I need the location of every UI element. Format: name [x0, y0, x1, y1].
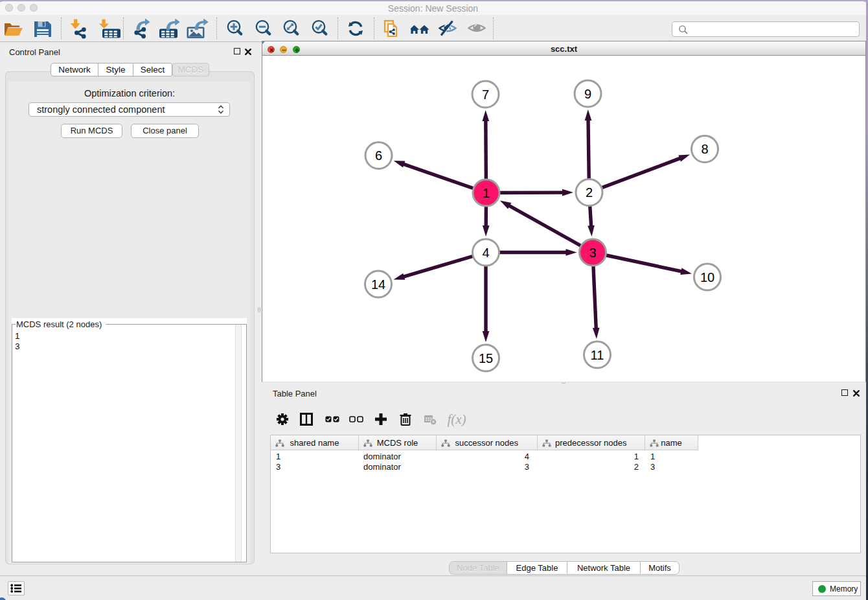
svg-text:11: 11 — [591, 348, 604, 362]
svg-text:4: 4 — [482, 246, 489, 260]
svg-text:1: 1 — [483, 186, 490, 200]
svg-text:14: 14 — [371, 277, 385, 292]
svg-text:10: 10 — [700, 270, 714, 284]
svg-text:8: 8 — [701, 142, 708, 156]
svg-text:9: 9 — [584, 87, 591, 101]
svg-text:3: 3 — [589, 246, 596, 260]
svg-text:15: 15 — [479, 351, 493, 365]
svg-text:2: 2 — [586, 185, 593, 200]
svg-text:6: 6 — [375, 148, 382, 163]
svg-text:7: 7 — [482, 87, 489, 102]
